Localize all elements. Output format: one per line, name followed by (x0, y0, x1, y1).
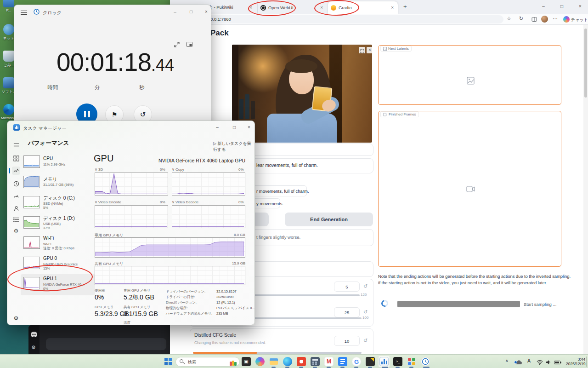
photos-app-icon[interactable] (297, 357, 306, 366)
image-placeholder-icon (467, 77, 475, 85)
cfg-slider[interactable] (193, 352, 362, 354)
more-options-button[interactable]: … (246, 140, 251, 145)
calculator-icon[interactable] (311, 357, 320, 366)
video-length-input[interactable]: 5 (334, 282, 360, 292)
settings-gear-icon[interactable]: ⚙ (31, 345, 36, 351)
nav-details-icon[interactable] (12, 215, 20, 224)
nav-processes-icon[interactable] (12, 154, 20, 162)
reset-icon[interactable]: ↺ (363, 309, 368, 315)
nav-startup-icon[interactable] (12, 192, 20, 200)
cfg-input[interactable]: 10 (334, 336, 360, 346)
edge-icon[interactable] (283, 357, 292, 366)
tab-close-icon[interactable]: × (390, 5, 395, 10)
hamburger-menu-icon[interactable] (21, 9, 27, 16)
onedrive-cloud-icon[interactable] (515, 358, 522, 367)
expand-icon[interactable] (174, 42, 180, 47)
profile-avatar[interactable] (541, 16, 548, 23)
running-indicator (285, 367, 289, 368)
window-maximize-button[interactable]: □ (228, 125, 240, 130)
nav-performance-icon[interactable] (12, 167, 20, 175)
disk0-thumbnail[interactable] (23, 196, 40, 208)
window-maximize-button[interactable]: □ (556, 4, 568, 9)
window-minimize-button[interactable]: – (169, 9, 181, 14)
window-maximize-button[interactable]: □ (185, 9, 197, 14)
battery-icon[interactable] (554, 358, 561, 367)
search-highlight-icon (230, 359, 237, 368)
task-manager-icon[interactable] (379, 357, 389, 366)
address-bar[interactable]: 0.0.1:7860 (200, 15, 503, 23)
discord-message-input[interactable] (46, 338, 166, 350)
app-grid-icon[interactable] (407, 357, 416, 366)
disk1-thumbnail[interactable] (23, 216, 40, 229)
nav-services-icon[interactable]: ⚙ (12, 227, 20, 235)
utilization-label: 使用率 (95, 288, 105, 293)
clock-app-icon[interactable] (421, 357, 430, 366)
wifi-thumbnail[interactable] (23, 236, 40, 249)
sampling-note-line2: If the starting action is not in the vid… (378, 280, 547, 285)
more-menu-icon[interactable]: ⋯ (553, 16, 558, 22)
window-close-button[interactable]: × (200, 9, 212, 14)
image-fullscreen-icon[interactable] (359, 47, 365, 53)
reset-icon[interactable]: ↺ (363, 338, 368, 344)
code-app-icon[interactable] (366, 357, 375, 366)
nav-menu-icon[interactable] (12, 141, 20, 149)
gpu0-item-label[interactable]: GPU 0 (43, 256, 57, 261)
nav-users-icon[interactable] (12, 204, 20, 213)
tray-clock[interactable]: 3:44 2025/12/19 (566, 357, 585, 366)
cpu-item-label[interactable]: CPU (43, 156, 53, 161)
pc-icon (3, 0, 14, 7)
memory-item-label[interactable]: メモリ (43, 176, 57, 183)
running-indicator (327, 367, 331, 368)
start-button[interactable] (164, 358, 172, 365)
ime-indicator[interactable]: A (527, 358, 531, 363)
disk1-item-label[interactable]: ディスク 1 (D:) (43, 215, 75, 222)
clock-app-icon (34, 9, 40, 15)
gmail-icon[interactable]: M (324, 357, 334, 366)
copilot-chat-label[interactable]: チャット (571, 17, 588, 23)
favorites-star-icon[interactable]: ☆ (507, 16, 511, 22)
window-close-button[interactable]: × (574, 4, 586, 9)
driver-date-label: ドライバーの日付: (166, 295, 195, 299)
nav-app-history-icon[interactable] (12, 179, 20, 188)
collections-icon[interactable]: ↻ (519, 16, 523, 22)
clock-window-title: クロック (43, 10, 62, 16)
wifi-item-label[interactable]: Wi-Fi (43, 236, 54, 241)
globe-icon (3, 24, 14, 35)
settings-gear-icon[interactable]: ⚙ (12, 314, 20, 322)
next-latents-text: Next Latents (388, 46, 409, 51)
google-icon[interactable]: G (352, 357, 361, 366)
reset-icon[interactable]: ↺ (363, 283, 368, 289)
window-minimize-button[interactable]: – (211, 125, 223, 130)
disk0-item-label[interactable]: ディスク 0 (C:) (43, 195, 75, 201)
terminal-icon[interactable]: >_ (393, 357, 402, 366)
running-indicator (354, 367, 358, 368)
wifi-icon[interactable] (537, 358, 543, 367)
scrollbar[interactable] (583, 25, 588, 354)
volume-icon[interactable] (546, 358, 551, 367)
file-explorer-icon[interactable] (269, 357, 278, 366)
show-desktop-divider[interactable] (586, 356, 587, 367)
memory-thumbnail[interactable] (23, 176, 40, 188)
widgets-icon[interactable]: ▣ (242, 357, 251, 366)
copilot-icon[interactable] (255, 357, 265, 366)
picture-in-picture-icon[interactable] (187, 42, 192, 47)
new-tab-button[interactable]: + (403, 3, 407, 10)
cpu-thumbnail[interactable] (23, 155, 40, 168)
docs-icon[interactable] (338, 357, 347, 366)
window-minimize-button[interactable]: – (537, 4, 549, 9)
utilization-value: 0% (95, 293, 104, 301)
steps-input[interactable]: 25 (334, 307, 360, 317)
window-close-button[interactable]: × (243, 125, 255, 130)
hw-reserved-label: ハードウェア予約済みメモリ: (166, 311, 212, 316)
stopwatch-main-digits: 00:01:18 (57, 47, 151, 77)
split-screen-icon[interactable] (531, 17, 537, 22)
tray-chevron-icon[interactable]: ∧ (505, 358, 509, 363)
gpu-3d-chart (95, 172, 168, 196)
end-generation-button[interactable]: End Generation (285, 213, 373, 226)
scrollbar-thumb[interactable] (584, 29, 587, 98)
task-manager-title: タスク マネージャー (23, 125, 66, 132)
copilot-icon[interactable] (563, 16, 570, 23)
discord-logo-icon[interactable] (30, 332, 38, 337)
image-clear-icon[interactable]: × (367, 47, 372, 53)
search-box[interactable]: 検索 (175, 357, 240, 367)
